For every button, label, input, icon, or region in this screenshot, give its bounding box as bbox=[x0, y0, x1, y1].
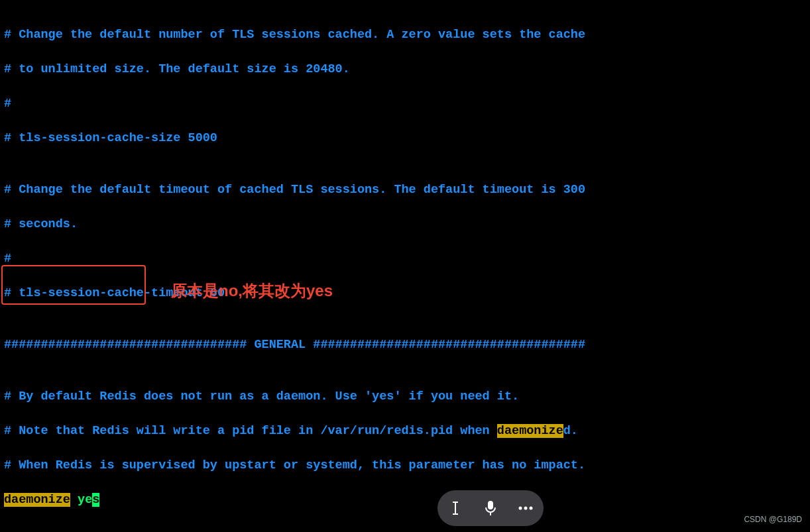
floating-toolbar[interactable] bbox=[437, 490, 544, 526]
config-line: # seconds. bbox=[4, 216, 806, 233]
config-line: # bbox=[4, 250, 806, 268]
daemonize-setting-line[interactable]: daemonize yes bbox=[4, 492, 806, 509]
svg-point-2 bbox=[524, 507, 528, 510]
config-line: # to unlimited size. The default size is… bbox=[4, 61, 806, 78]
config-line: # When Redis is supervised by upstart or… bbox=[4, 457, 806, 474]
svg-point-3 bbox=[530, 507, 533, 510]
toolbar-text-btn[interactable] bbox=[443, 496, 467, 520]
config-line: # tls-session-cache-size 5000 bbox=[4, 130, 806, 147]
dots-icon bbox=[518, 505, 534, 511]
config-line: # tls-session-cache-timeout 60 bbox=[4, 285, 806, 302]
terminal-editor[interactable]: # Change the default number of TLS sessi… bbox=[0, 0, 810, 532]
config-line: # Change the default number of TLS sessi… bbox=[4, 27, 806, 44]
config-line: # Note that Redis will write a pid file … bbox=[4, 423, 806, 440]
config-line: # By default Redis does not run as a dae… bbox=[4, 388, 806, 405]
svg-rect-0 bbox=[488, 501, 493, 509]
microphone-icon bbox=[484, 500, 497, 516]
search-highlight: daemonize bbox=[4, 493, 70, 507]
setting-value: ye bbox=[70, 493, 92, 507]
cursor: s bbox=[92, 493, 99, 507]
search-highlight: daemonize bbox=[497, 424, 563, 438]
watermark: CSDN @G189D bbox=[744, 511, 802, 528]
text-cursor-icon bbox=[449, 501, 461, 515]
toolbar-more-btn[interactable] bbox=[514, 496, 538, 520]
svg-point-1 bbox=[519, 507, 522, 510]
toolbar-mic-btn[interactable] bbox=[479, 496, 502, 520]
config-line: ################################# GENERA… bbox=[4, 337, 806, 354]
config-line: # bbox=[4, 95, 806, 113]
config-line: # Change the default timeout of cached T… bbox=[4, 182, 806, 199]
